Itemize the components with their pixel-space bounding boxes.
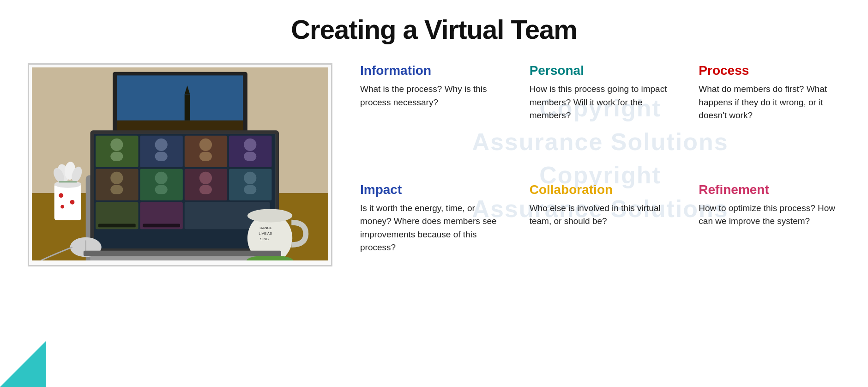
svg-text:SING: SING — [260, 237, 269, 241]
svg-rect-5 — [117, 76, 243, 121]
category-text-collaboration: Who else is involved in this virtual tea… — [530, 202, 671, 228]
svg-rect-38 — [110, 152, 123, 161]
category-text-information: What is the process? Why is this process… — [360, 83, 502, 109]
svg-rect-40 — [155, 152, 168, 161]
svg-point-39 — [155, 139, 168, 151]
svg-point-58 — [247, 209, 292, 222]
category-text-impact: Is it worth the energy, time, or money? … — [360, 202, 502, 254]
svg-point-43 — [244, 139, 256, 151]
svg-point-37 — [110, 139, 123, 151]
svg-point-49 — [199, 172, 212, 184]
page-container: Creating a Virtual Team — [0, 0, 868, 387]
category-process: Process What do members do first? What h… — [699, 63, 840, 122]
main-content: DANCE LIVE AS SING CopyrightAssurance So… — [28, 63, 840, 266]
category-personal: Personal How is this process going to im… — [530, 63, 671, 122]
svg-point-45 — [110, 172, 123, 184]
svg-point-41 — [199, 139, 212, 151]
svg-rect-7 — [185, 94, 190, 120]
laptop-image: DANCE LIVE AS SING — [32, 67, 328, 260]
svg-rect-54 — [143, 224, 180, 228]
category-title-impact: Impact — [360, 182, 502, 197]
svg-point-47 — [155, 172, 168, 184]
image-section: DANCE LIVE AS SING — [28, 63, 332, 266]
category-refinement: Refinement How to optimize this process?… — [699, 182, 840, 254]
category-title-process: Process — [699, 63, 840, 78]
svg-rect-48 — [155, 185, 168, 194]
category-text-process: What do members do first? What happens i… — [699, 83, 840, 122]
category-title-personal: Personal — [530, 63, 671, 78]
category-title-refinement: Refinement — [699, 182, 840, 197]
category-title-collaboration: Collaboration — [530, 182, 671, 197]
category-text-personal: How is this process going to impact memb… — [530, 83, 671, 122]
page-title: Creating a Virtual Team — [28, 14, 840, 45]
svg-rect-44 — [244, 152, 256, 161]
svg-text:DANCE: DANCE — [259, 226, 272, 230]
svg-rect-46 — [110, 185, 123, 194]
svg-rect-52 — [244, 185, 256, 194]
category-impact: Impact Is it worth the energy, time, or … — [360, 182, 502, 254]
svg-point-13 — [60, 205, 64, 209]
svg-rect-9 — [54, 184, 81, 220]
category-text-refinement: How to optimize this process? How can we… — [699, 202, 840, 228]
category-information: Information What is the process? Why is … — [360, 63, 502, 122]
svg-rect-53 — [98, 224, 136, 228]
svg-rect-50 — [199, 185, 212, 194]
category-title-information: Information — [360, 63, 502, 78]
svg-point-51 — [244, 172, 256, 184]
categories-grid: Information What is the process? Why is … — [360, 63, 840, 254]
svg-rect-42 — [199, 152, 212, 161]
row-spacer — [360, 141, 840, 164]
svg-rect-65 — [84, 251, 281, 256]
right-content: CopyrightAssurance SolutionsCopyrightAss… — [360, 63, 840, 254]
svg-text:LIVE AS: LIVE AS — [259, 231, 272, 236]
svg-point-12 — [70, 200, 75, 205]
category-collaboration: Collaboration Who else is involved in th… — [530, 182, 671, 254]
corner-decoration — [0, 341, 46, 387]
svg-point-11 — [59, 193, 63, 198]
